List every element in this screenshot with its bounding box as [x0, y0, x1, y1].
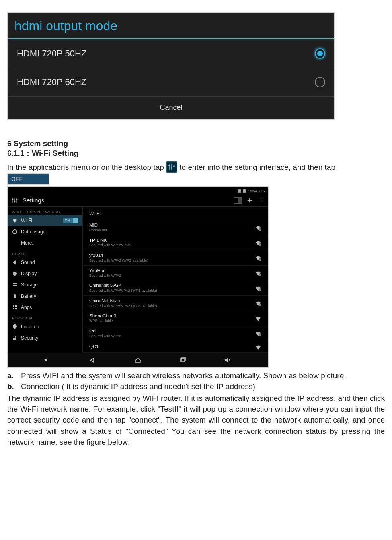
svg-rect-21 — [13, 283, 17, 284]
wifi-network-row[interactable]: ShengChan3WPS available — [83, 311, 268, 326]
add-network-icon[interactable] — [246, 197, 253, 204]
svg-rect-27 — [13, 308, 14, 309]
wifi-pane-title: Wi-Fi — [83, 207, 268, 220]
wifi-lock-icon — [255, 239, 261, 246]
svg-rect-36 — [259, 334, 261, 336]
sidebar-item-label: Storage — [21, 282, 38, 288]
intro-text-2: to enter into the setting interface, and… — [179, 163, 335, 171]
sidebar-item-label: Location — [21, 324, 39, 330]
sidebar-item-storage[interactable]: Storage — [8, 279, 82, 291]
svg-rect-25 — [13, 305, 14, 307]
sidebar-item-label: Display — [21, 271, 37, 276]
wifi-on-toggle[interactable]: ON — [63, 218, 78, 223]
sidebar-category: PERSONAL — [8, 313, 82, 321]
network-name: ChinaNet-5bzc — [89, 298, 255, 304]
battery-status-icon — [243, 189, 246, 193]
apps-icon — [12, 305, 18, 310]
settings-sidebar: WIRELESS & NETWORKS Wi-Fi ON Data usage … — [8, 207, 83, 353]
wifi-network-row[interactable]: YanHuoSecured with WPA2 — [83, 266, 268, 281]
sidebar-item-display[interactable]: Display — [8, 268, 82, 279]
wifi-lock-icon — [255, 300, 261, 306]
action-bar: Settings — [8, 194, 268, 207]
svg-point-15 — [16, 199, 18, 200]
network-name: ShengChan3 — [89, 313, 255, 319]
nav-recent-icon[interactable] — [178, 357, 188, 364]
android-nav-bar — [8, 353, 268, 367]
network-subtext: Secured with WPA2 (WPS available) — [89, 258, 255, 263]
svg-rect-38 — [182, 358, 186, 361]
intro-text-1: In the applications menu or on the deskt… — [7, 163, 166, 171]
svg-rect-33 — [259, 274, 261, 276]
svg-point-18 — [261, 202, 261, 202]
display-icon — [12, 271, 18, 276]
wifi-network-row[interactable]: ChinaNet-5vGKSecured with WPA/WPA2 (WPS … — [83, 280, 268, 296]
nav-home-icon[interactable] — [133, 357, 143, 364]
svg-rect-22 — [13, 285, 17, 286]
sidebar-item-apps[interactable]: Apps — [8, 302, 82, 313]
list-text: Connection ( It is dynamic IP address an… — [21, 381, 255, 392]
list-text: Press WIFI and the system will search wi… — [21, 370, 346, 381]
network-subtext: Secured with WPA/WPA2 (WPS available) — [89, 289, 255, 293]
wifi-network-row[interactable]: TP-LINKSecured with WPA/WPA2 — [83, 235, 268, 251]
sidebar-item-more[interactable]: More.. — [8, 237, 82, 249]
sidebar-item-battery[interactable]: Battery — [8, 291, 82, 302]
settings-app-icon — [166, 161, 177, 173]
sidebar-item-label: Security — [21, 335, 38, 341]
storage-icon — [12, 282, 18, 288]
settings-icon — [11, 197, 18, 204]
wifi-status-icon — [238, 189, 241, 193]
wifi-lock-icon — [255, 330, 261, 336]
svg-rect-8 — [243, 190, 246, 192]
sidebar-item-sound[interactable]: Sound — [8, 257, 82, 268]
sound-icon — [12, 260, 18, 265]
network-subtext: WPS available — [89, 319, 255, 323]
network-name: yf2014 — [89, 253, 255, 258]
hdmi-option-50hz[interactable]: HDMI 720P 50HZ — [8, 39, 334, 68]
network-name: MID — [89, 223, 255, 228]
svg-point-19 — [13, 230, 17, 234]
wifi-network-row[interactable]: yf2014Secured with WPA2 (WPS available) — [83, 250, 268, 266]
svg-point-17 — [261, 200, 261, 201]
wifi-pane: Wi-Fi MIDConnectedTP-LINKSecured with WP… — [83, 207, 268, 353]
wifi-signal-icon — [255, 344, 261, 350]
svg-point-16 — [261, 198, 261, 199]
svg-point-14 — [14, 200, 16, 202]
svg-rect-37 — [181, 359, 185, 362]
list-bullet: a. — [7, 370, 21, 381]
svg-point-5 — [168, 165, 170, 166]
svg-rect-32 — [259, 259, 261, 261]
sidebar-item-location[interactable]: Location — [8, 321, 82, 332]
wifi-signal-icon — [255, 315, 261, 322]
nav-volume-down-icon[interactable] — [43, 357, 53, 364]
wifi-master-toggle-icon[interactable] — [234, 197, 242, 204]
nav-back-icon[interactable] — [88, 357, 98, 364]
network-subtext: Secured with WPA2 — [89, 274, 255, 278]
wifi-network-row[interactable]: ChinaNet-5bzcSecured with WPA/WPA2 (WPS … — [83, 296, 268, 311]
svg-rect-9 — [244, 189, 245, 190]
sidebar-item-label: More.. — [21, 240, 35, 246]
hdmi-option-label: HDMI 720P 50HZ — [17, 48, 86, 59]
svg-rect-23 — [14, 295, 16, 298]
network-name: ChinaNet-5vGK — [89, 283, 255, 289]
blank-icon — [12, 240, 18, 246]
network-subtext: Secured with WPA/WPA2 (WPS available) — [89, 304, 255, 308]
list-item-a: a. Press WIFI and the system will search… — [7, 370, 385, 381]
overflow-menu-icon[interactable] — [257, 197, 265, 204]
hdmi-option-60hz[interactable]: HDMI 720P 60HZ — [8, 68, 334, 97]
lock-icon — [12, 335, 18, 341]
svg-point-13 — [12, 198, 14, 200]
sidebar-item-security[interactable]: Security — [8, 332, 82, 344]
wifi-network-row[interactable]: MIDConnected — [83, 220, 268, 235]
wifi-network-row[interactable]: QC1 — [83, 341, 268, 353]
wifi-network-row[interactable]: tedSecured with WPA2 — [83, 326, 268, 341]
sidebar-item-wifi[interactable]: Wi-Fi ON — [8, 215, 82, 226]
wifi-lock-icon — [255, 224, 261, 231]
sidebar-item-data-usage[interactable]: Data usage — [8, 226, 82, 237]
nav-volume-up-icon[interactable] — [223, 357, 233, 364]
cancel-button[interactable]: Cancel — [8, 97, 334, 119]
network-subtext: Secured with WPA2 — [89, 334, 255, 338]
intro-paragraph: In the applications menu or on the deskt… — [7, 162, 385, 173]
wifi-off-toggle-icon: OFF — [7, 173, 49, 185]
sidebar-category: WIRELESS & NETWORKS — [8, 207, 82, 215]
bottom-paragraph: The dynamic IP address is assigned by WI… — [7, 393, 385, 447]
